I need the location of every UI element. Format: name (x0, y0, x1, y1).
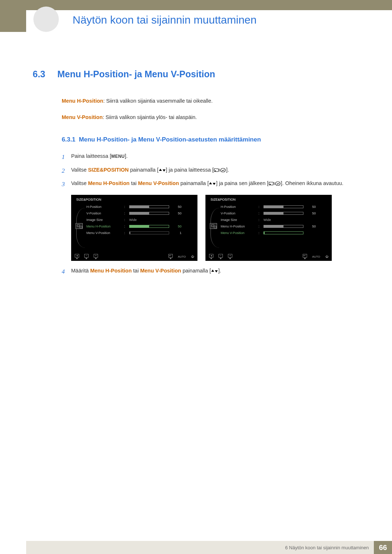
step1-post: ]. (125, 153, 128, 159)
svg-marker-8 (213, 183, 216, 185)
svg-line-4 (219, 169, 220, 172)
source-enter-icon (269, 181, 281, 186)
osd-row-hposition: H-Position: 50 (86, 204, 194, 210)
osd-slider (129, 212, 169, 215)
step3-mid2: painamalla [ (179, 180, 209, 186)
definitions: Menu H-Position: Siirrä valikon sijainti… (62, 97, 367, 122)
osd-nav-back-icon: ◂ (75, 254, 79, 259)
osd-value: 1 (171, 231, 181, 235)
osd-nav-plus-icon: + (94, 254, 98, 259)
step4-post: ]. (218, 268, 221, 274)
osd-panel-right: SIZE&POSITION H-Position: 50 V-Position:… (205, 195, 332, 261)
osd-label: V-Position (221, 212, 256, 215)
step-3: 3 Valitse Menu H-Position tai Menu V-Pos… (62, 179, 367, 189)
osd-auto-label: AUTO (178, 255, 186, 258)
osd-slider (264, 225, 303, 228)
svg-marker-0 (159, 169, 162, 171)
size-position-icon (75, 223, 83, 229)
step3-post1: ] ja paina sen jälkeen [ (216, 180, 268, 186)
osd-nav-back-icon: ◂ (209, 254, 213, 259)
svg-rect-12 (275, 182, 280, 185)
osd-nav-power-icon: ⏻ (191, 255, 194, 258)
menu-button-label: MENU (111, 154, 124, 159)
subsection-number: 6.3.1 (62, 136, 75, 143)
step4-mid2: painamalla [ (181, 268, 211, 274)
svg-marker-1 (163, 169, 166, 172)
step1-pre: Paina laitteessa [ (71, 153, 111, 159)
step-2: 2 Valitse SIZE&POSITION painamalla [] ja… (62, 166, 367, 176)
page-content: 6.3Menu H-Position- ja Menu V-Position M… (33, 69, 367, 280)
osd-slider-highlighted (264, 231, 303, 234)
svg-line-11 (274, 182, 275, 185)
osd-nav-enter-icon: ↵ (168, 254, 173, 259)
up-down-icon (209, 182, 216, 185)
osd-panel-left: SIZE&POSITION H-Position: 50 V-Position:… (71, 195, 197, 261)
svg-rect-3 (215, 171, 216, 171)
page-number: 66 (374, 541, 392, 554)
osd-slider (264, 212, 303, 215)
osd-row-menu-hposition: Menu H-Position: 50 (221, 223, 328, 230)
osd-value-highlighted: 50 (171, 225, 181, 228)
step2-highlight: SIZE&POSITION (88, 167, 128, 173)
osd-nav-plus-icon: + (228, 254, 232, 259)
osd-text-value: Wide (129, 218, 137, 222)
osd-value: 50 (306, 205, 316, 209)
step3-hl1: Menu H-Position (88, 180, 129, 186)
step-number: 2 (62, 166, 71, 176)
svg-marker-13 (277, 183, 278, 185)
osd-slider (264, 205, 303, 208)
osd-title: SIZE&POSITION (209, 197, 328, 204)
step-number: 3 (62, 179, 71, 189)
step3-pre: Valitse (71, 180, 88, 186)
osd-label-highlighted: Menu V-Position (221, 231, 256, 235)
svg-marker-14 (211, 270, 214, 272)
osd-screenshots: SIZE&POSITION H-Position: 50 V-Position:… (71, 195, 367, 261)
svg-marker-6 (222, 170, 223, 171)
osd-auto-label: AUTO (312, 255, 320, 258)
osd-row-menu-vposition: Menu V-Position: (221, 230, 328, 236)
up-down-icon (211, 269, 218, 273)
osd-label: Menu V-Position (86, 231, 122, 235)
osd-label: Image Size (86, 218, 122, 222)
step-number: 4 (62, 267, 71, 276)
section-title: Menu H-Position- ja Menu V-Position (57, 69, 215, 79)
footer-chapter-ref: 6 Näytön koon tai sijainnin muuttaminen (285, 545, 369, 550)
osd-row-imagesize: Image Size: Wide (221, 217, 328, 223)
osd-value: 50 (171, 205, 181, 209)
svg-rect-10 (270, 184, 271, 185)
osd-label: H-Position (86, 205, 122, 209)
step-4: 4 Määritä Menu H-Position tai Menu V-Pos… (62, 267, 367, 276)
svg-marker-7 (209, 182, 212, 184)
osd-nav-minus-icon: − (84, 254, 89, 259)
chapter-title: Näytön koon tai sijainnin muuttaminen (73, 14, 257, 26)
step3-mid1: tai (130, 180, 138, 186)
steps-list: 1 Paina laitteessa [MENU]. 2 Valitse SIZ… (62, 152, 367, 189)
chapter-badge (33, 7, 59, 32)
svg-rect-2 (214, 169, 219, 172)
step4-hl2: Menu V-Position (140, 268, 181, 274)
osd-value: 50 (306, 225, 316, 228)
svg-rect-9 (269, 182, 273, 185)
osd-label: V-Position (86, 212, 122, 215)
osd-text-value: Wide (264, 218, 271, 222)
subsection-title: Menu H-Position- ja Menu V-Position-aset… (79, 136, 261, 143)
osd-footer: ◂ − + ↵ AUTO ⏻ (209, 254, 328, 259)
step2-mid: painamalla [ (128, 167, 158, 173)
step-number: 1 (62, 152, 71, 162)
page-footer: 6 Näytön koon tai sijainnin muuttaminen … (26, 541, 392, 554)
def-h-label: Menu H-Position (62, 98, 103, 104)
up-down-icon (159, 168, 166, 172)
def-v-text: : Siirrä valikon sijaintia ylös- tai ala… (103, 114, 197, 120)
size-position-icon (210, 223, 217, 229)
step4-mid1: tai (132, 268, 140, 274)
def-h-text: : Siirrä valikon sijaintia vasemmalle ta… (103, 98, 212, 104)
osd-title: SIZE&POSITION (75, 197, 194, 204)
osd-nav-minus-icon: − (219, 254, 223, 259)
osd-row-vposition: V-Position: 50 (86, 210, 194, 217)
step-1: 1 Paina laitteessa [MENU]. (62, 152, 367, 162)
osd-label-highlighted: Menu H-Position (86, 225, 122, 228)
step2-post1: ] ja paina laitteessa [ (166, 167, 214, 173)
svg-marker-15 (215, 270, 218, 272)
osd-label: Menu H-Position (221, 225, 256, 228)
svg-rect-5 (221, 168, 225, 172)
